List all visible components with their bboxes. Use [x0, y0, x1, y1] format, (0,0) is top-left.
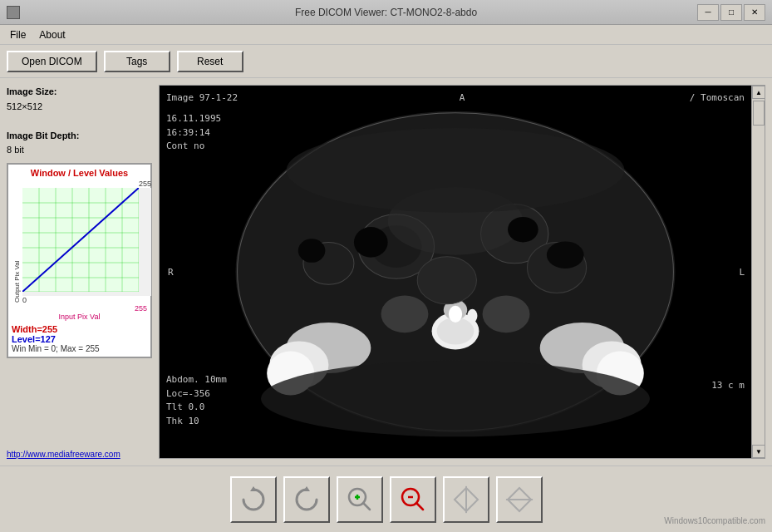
rotate-cw-button[interactable] [230, 476, 277, 523]
minimize-button[interactable]: ─ [697, 4, 719, 21]
rotate-ccw-button[interactable] [283, 476, 330, 523]
wl-range: Win Min = 0; Max = 255 [12, 344, 147, 353]
x-axis-label: 255 Input Pix Val [12, 304, 147, 321]
overlay-right-marker: L [739, 267, 745, 278]
restore-button[interactable]: □ [720, 4, 742, 21]
ct-scan-image [160, 86, 751, 458]
image-viewer[interactable]: Image 97-1-22 A / Tomoscan 16.11.1995 16… [159, 85, 765, 459]
overlay-scanner: / Tomoscan [690, 92, 745, 103]
zoom-in-button[interactable] [337, 476, 383, 523]
app-icon [7, 6, 20, 19]
image-size-label: Image Size: [7, 85, 152, 100]
image-info: Image Size: 512×512 Image Bit Depth: 8 b… [7, 85, 152, 158]
scrollbar-up-button[interactable]: ▲ [752, 86, 765, 99]
flip-v-icon [504, 485, 534, 515]
zoom-out-button[interactable] [390, 476, 436, 523]
overlay-orientation-top: A [460, 92, 465, 103]
svg-point-36 [467, 309, 477, 323]
overlay-left-marker: R [168, 267, 174, 278]
overlay-scan-params: Abdom. 10mm Loc=-356 Tlt 0.0 Thk 10 [166, 373, 227, 428]
ct-image-container: Image 97-1-22 A / Tomoscan 16.11.1995 16… [160, 86, 765, 458]
overlay-date-time: 16.11.1995 16:39:14 Cont no [166, 112, 221, 154]
wl-width: Width=255 [12, 324, 147, 334]
svg-marker-57 [508, 488, 531, 500]
svg-point-38 [483, 295, 530, 332]
website-link[interactable]: http://www.mediafreeware.com [7, 450, 152, 459]
svg-point-42 [298, 239, 326, 262]
toolbar: Open DICOM Tags Reset [0, 45, 772, 78]
svg-point-40 [508, 217, 538, 243]
svg-point-35 [449, 306, 462, 323]
wl-chart: Window / Level Values Output Pix Val 255 [7, 163, 152, 358]
flip-h-button[interactable] [443, 476, 489, 523]
chart-svg [22, 188, 139, 292]
titlebar-controls: ─ □ ✕ [697, 4, 765, 21]
titlebar-left [7, 6, 20, 19]
svg-point-43 [287, 128, 625, 213]
svg-line-53 [416, 503, 423, 510]
bottom-toolbar: Windows10compatible.com [0, 466, 772, 532]
svg-marker-54 [455, 488, 466, 511]
scrollbar-down-button[interactable]: ▼ [752, 445, 765, 458]
zoom-in-icon [345, 485, 375, 515]
svg-point-44 [261, 361, 650, 437]
wl-level: Level=127 [12, 334, 147, 344]
flip-h-icon [451, 485, 481, 515]
viewer-scrollbar[interactable]: ▲ ▼ [751, 86, 765, 458]
x-axis-title: Input Pix Val [12, 313, 147, 321]
wl-chart-title: Window / Level Values [12, 168, 147, 178]
image-bit-depth-value: 8 bit [7, 143, 152, 158]
close-button[interactable]: ✕ [744, 4, 765, 21]
file-menu[interactable]: File [3, 27, 32, 42]
overlay-image-id: Image 97-1-22 [166, 92, 238, 103]
svg-marker-55 [466, 488, 478, 511]
tags-button[interactable]: Tags [104, 51, 170, 72]
watermark: Windows10compatible.com [664, 516, 765, 525]
reset-button[interactable]: Reset [177, 51, 243, 72]
left-panel: Image Size: 512×512 Image Bit Depth: 8 b… [7, 85, 152, 459]
svg-point-39 [354, 227, 388, 258]
svg-point-41 [547, 241, 584, 268]
open-dicom-button[interactable]: Open DICOM [7, 51, 97, 72]
svg-point-37 [381, 295, 428, 332]
wl-values: Width=255 Level=127 Win Min = 0; Max = 2… [12, 324, 147, 353]
image-size-value: 512×512 [7, 100, 152, 115]
x-max-label: 255 [135, 304, 147, 313]
main-content: Image Size: 512×512 Image Bit Depth: 8 b… [0, 78, 772, 466]
y-axis-label: Output Pix Val [12, 180, 22, 304]
svg-marker-58 [508, 500, 531, 511]
zoom-out-icon [398, 485, 428, 515]
about-menu[interactable]: About [32, 27, 71, 42]
flip-v-button[interactable] [496, 476, 543, 523]
menubar: File About [0, 25, 772, 45]
overlay-ruler: 13 c m [711, 379, 745, 392]
scrollbar-thumb[interactable] [753, 101, 765, 126]
rotate-cw-icon [238, 485, 268, 515]
image-bit-depth-label: Image Bit Depth: [7, 129, 152, 144]
rotate-ccw-icon [292, 485, 322, 515]
titlebar: Free DICOM Viewer: CT-MONO2-8-abdo ─ □ ✕ [0, 0, 772, 25]
svg-line-50 [363, 503, 370, 510]
window-title: Free DICOM Viewer: CT-MONO2-8-abdo [295, 7, 477, 18]
chart-area [22, 188, 151, 296]
svg-point-31 [417, 257, 476, 304]
